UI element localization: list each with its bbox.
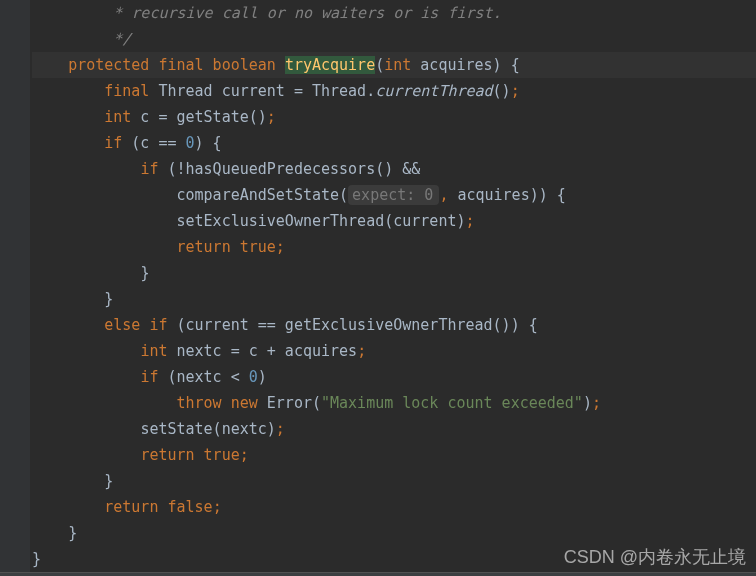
text: c = getState() — [131, 108, 266, 126]
text: ) { — [195, 134, 222, 152]
text: (current == getExclusiveOwnerThread()) { — [167, 316, 537, 334]
code-line: if (c == 0) { — [32, 130, 756, 156]
inlay-hint: expect: 0 — [348, 185, 439, 205]
hint-value: 0 — [415, 186, 433, 204]
paren: ( — [375, 56, 384, 74]
text: nextc = c + acquires — [167, 342, 357, 360]
code-line: int nextc = c + acquires; — [32, 338, 756, 364]
code-line: return false; — [32, 494, 756, 520]
kw-if: if — [104, 134, 122, 152]
semicolon: ; — [276, 238, 285, 256]
semicolon: ; — [267, 108, 276, 126]
text: acquires)) { — [448, 186, 565, 204]
code-line: } — [32, 520, 756, 546]
static-call: currentThread — [375, 82, 492, 100]
modifiers: protected final boolean — [68, 56, 276, 74]
text: (!hasQueuedPredecessors() && — [158, 160, 420, 178]
number-literal: 0 — [186, 134, 195, 152]
code-line: } — [32, 260, 756, 286]
comment-text: * recursive call or no waiters or is fir… — [104, 4, 501, 22]
text: compareAndSetState( — [177, 186, 349, 204]
code-line-highlighted: protected final boolean tryAcquire(int a… — [32, 52, 756, 78]
kw-final: final — [104, 82, 149, 100]
param-type: int — [384, 56, 411, 74]
status-bar — [0, 572, 756, 576]
brace: } — [68, 524, 77, 542]
text: ) — [583, 394, 592, 412]
number-literal: 0 — [249, 368, 258, 386]
kw-return: return true — [177, 238, 276, 256]
brace: } — [104, 290, 113, 308]
code-line: if (nextc < 0) — [32, 364, 756, 390]
code-line: setState(nextc); — [32, 416, 756, 442]
text: Error( — [258, 394, 321, 412]
semicolon: ; — [357, 342, 366, 360]
kw-elseif: else if — [104, 316, 167, 334]
code-line: int c = getState(); — [32, 104, 756, 130]
kw-if: if — [140, 160, 158, 178]
code-line: throw new Error("Maximum lock count exce… — [32, 390, 756, 416]
string-literal: "Maximum lock count exceeded" — [321, 394, 583, 412]
semicolon: ; — [592, 394, 601, 412]
text: setExclusiveOwnerThread(current) — [177, 212, 466, 230]
code-editor[interactable]: * recursive call or no waiters or is fir… — [0, 0, 756, 572]
code-line: compareAndSetState(expect: 0, acquires))… — [32, 182, 756, 208]
editor-gutter — [0, 0, 30, 576]
text: setState(nextc) — [140, 420, 275, 438]
code-line: */ — [32, 26, 756, 52]
code-line: return true; — [32, 234, 756, 260]
code-line: final Thread current = Thread.currentThr… — [32, 78, 756, 104]
kw-int: int — [104, 108, 131, 126]
kw-return: return false — [104, 498, 212, 516]
text: (nextc < — [158, 368, 248, 386]
param-rest: acquires) { — [411, 56, 519, 74]
kw-throw: throw new — [177, 394, 258, 412]
kw-if: if — [140, 368, 158, 386]
code-line: setExclusiveOwnerThread(current); — [32, 208, 756, 234]
method-name: tryAcquire — [285, 56, 375, 74]
code-line: return true; — [32, 442, 756, 468]
text: (c == — [122, 134, 185, 152]
code-line: else if (current == getExclusiveOwnerThr… — [32, 312, 756, 338]
text: () — [493, 82, 511, 100]
brace: } — [32, 550, 41, 568]
brace: } — [104, 472, 113, 490]
semicolon: ; — [465, 212, 474, 230]
kw-return: return true — [140, 446, 239, 464]
brace: } — [140, 264, 149, 282]
semicolon: ; — [511, 82, 520, 100]
code-line: } — [32, 546, 756, 572]
comment-text: */ — [104, 30, 131, 48]
hint-label: expect: — [352, 186, 415, 204]
text: Thread current = Thread. — [149, 82, 375, 100]
kw-int: int — [140, 342, 167, 360]
semicolon: ; — [240, 446, 249, 464]
code-line: } — [32, 468, 756, 494]
text: ) — [258, 368, 267, 386]
code-line: } — [32, 286, 756, 312]
semicolon: ; — [276, 420, 285, 438]
code-line: if (!hasQueuedPredecessors() && — [32, 156, 756, 182]
semicolon: ; — [213, 498, 222, 516]
code-line: * recursive call or no waiters or is fir… — [32, 0, 756, 26]
